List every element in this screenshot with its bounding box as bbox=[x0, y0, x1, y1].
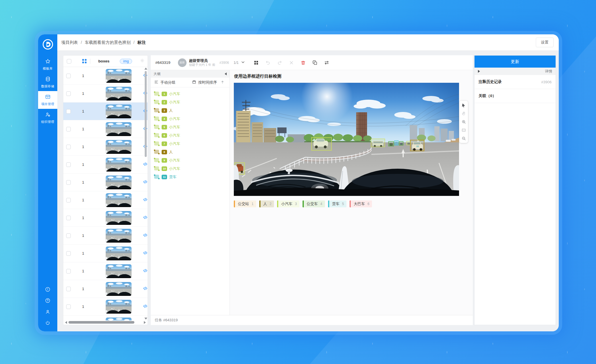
play-icon[interactable] bbox=[478, 70, 480, 73]
row-thumbnail[interactable] bbox=[106, 87, 132, 101]
row-checkbox[interactable] bbox=[66, 162, 71, 167]
collapse-left-icon[interactable] bbox=[225, 72, 227, 75]
scroll-down-arrow[interactable] bbox=[144, 318, 147, 320]
row-checkbox[interactable] bbox=[66, 74, 71, 78]
cursor-icon[interactable] bbox=[461, 103, 466, 108]
hand-icon[interactable] bbox=[461, 111, 466, 116]
undo-icon[interactable] bbox=[265, 60, 270, 65]
class-tag[interactable]: 小汽车 3 bbox=[277, 200, 299, 207]
outline-item[interactable]: 11 货车 bbox=[151, 173, 230, 181]
image-list-row[interactable]: 1 bbox=[63, 174, 148, 191]
grid-icon[interactable] bbox=[254, 60, 259, 65]
sidebar-item-org-management[interactable]: 组织管理 bbox=[38, 109, 57, 127]
close-icon[interactable] bbox=[289, 60, 294, 65]
update-button[interactable]: 更新 bbox=[475, 56, 556, 68]
help-icon[interactable] bbox=[45, 298, 50, 304]
class-tag[interactable]: 人 2 bbox=[259, 200, 274, 207]
panorama-image[interactable] bbox=[234, 83, 459, 196]
row-checkbox[interactable] bbox=[66, 109, 71, 114]
image-list-row[interactable]: 1 bbox=[63, 103, 148, 120]
image-list-row[interactable]: 1 bbox=[63, 209, 148, 227]
row-thumbnail[interactable] bbox=[106, 300, 132, 314]
settings-button[interactable]: 设置 bbox=[536, 38, 554, 47]
copy-icon[interactable] bbox=[312, 60, 317, 65]
outline-item[interactable]: 6 小汽车 bbox=[151, 131, 230, 139]
class-tag[interactable]: 大巴车 6 bbox=[350, 200, 372, 207]
image-list-row[interactable]: 1 bbox=[63, 262, 148, 280]
image-list-row[interactable]: 1 bbox=[63, 245, 148, 262]
outline-item[interactable]: 8 人 bbox=[151, 148, 230, 156]
class-tag[interactable]: 货车 5 bbox=[328, 200, 347, 207]
row-checkbox[interactable] bbox=[66, 198, 71, 202]
row-checkbox[interactable] bbox=[66, 233, 71, 238]
row-checkbox[interactable] bbox=[66, 127, 71, 131]
image-list-row[interactable]: 1 bbox=[63, 316, 148, 320]
row-thumbnail[interactable] bbox=[106, 140, 132, 154]
fit-screen-icon[interactable] bbox=[461, 128, 466, 133]
row-checkbox[interactable] bbox=[66, 287, 71, 291]
info-icon[interactable] bbox=[45, 287, 50, 293]
row-checkbox[interactable] bbox=[66, 180, 71, 185]
sidebar-item-data-storage[interactable]: 数据存储 bbox=[38, 73, 57, 91]
breadcrumb-project-name[interactable]: 车载图看前方的景色辨别 bbox=[85, 40, 131, 45]
zoom-out-icon[interactable] bbox=[461, 136, 466, 141]
outline-item[interactable]: 5 小汽车 bbox=[151, 123, 230, 131]
image-list-row[interactable]: 1 bbox=[63, 227, 148, 245]
select-all-checkbox[interactable] bbox=[67, 59, 71, 64]
row-thumbnail[interactable] bbox=[106, 69, 132, 83]
outline-item[interactable]: 2 小汽车 bbox=[151, 98, 230, 106]
row-checkbox[interactable] bbox=[66, 269, 71, 274]
sidebar-item-project-management[interactable]: 项目管理 bbox=[38, 91, 57, 109]
outline-item[interactable]: 3 人 bbox=[151, 106, 230, 115]
vertical-scroll-thumb[interactable] bbox=[145, 71, 147, 157]
scroll-up-arrow[interactable] bbox=[144, 68, 147, 70]
redo-icon[interactable] bbox=[277, 60, 282, 65]
row-thumbnail[interactable] bbox=[106, 105, 132, 118]
outline-item[interactable]: 4 小汽车 bbox=[151, 115, 230, 123]
row-thumbnail[interactable] bbox=[106, 247, 132, 260]
class-tag[interactable]: 公交站 1 bbox=[234, 200, 256, 207]
row-checkbox[interactable] bbox=[66, 251, 71, 256]
image-list-row[interactable]: 1 bbox=[63, 67, 148, 85]
arrow-up-icon[interactable] bbox=[220, 80, 225, 85]
annotation-history-row[interactable]: 注释历史记录 #3906 bbox=[475, 75, 556, 89]
outline-item[interactable]: 10 小汽车 bbox=[151, 164, 230, 173]
row-checkbox[interactable] bbox=[66, 216, 71, 220]
grid-view-icon[interactable] bbox=[82, 59, 87, 63]
app-logo-icon[interactable] bbox=[41, 38, 54, 51]
row-thumbnail[interactable] bbox=[106, 158, 132, 172]
horizontal-scrollbar[interactable] bbox=[65, 321, 146, 324]
row-thumbnail[interactable] bbox=[106, 176, 132, 189]
trash-icon[interactable] bbox=[301, 60, 306, 65]
image-list-row[interactable]: 1 bbox=[63, 156, 148, 174]
chevron-down-icon[interactable] bbox=[241, 60, 245, 65]
row-thumbnail[interactable] bbox=[106, 282, 132, 296]
sidebar-item-template-library[interactable]: 模板库 bbox=[38, 56, 57, 73]
row-thumbnail[interactable] bbox=[106, 264, 132, 278]
class-tag[interactable]: 公交车 4 bbox=[303, 200, 325, 207]
breadcrumb-projects[interactable]: 项目列表 bbox=[61, 40, 78, 45]
user-icon[interactable] bbox=[45, 309, 50, 316]
scroll-right-arrow[interactable] bbox=[144, 321, 146, 324]
row-thumbnail[interactable] bbox=[106, 318, 132, 321]
row-checkbox[interactable] bbox=[66, 145, 71, 149]
row-thumbnail[interactable] bbox=[106, 229, 132, 243]
vertical-scrollbar[interactable] bbox=[144, 68, 147, 320]
row-checkbox[interactable] bbox=[66, 91, 71, 96]
image-list-row[interactable]: 1 bbox=[63, 138, 148, 156]
relations-row[interactable]: 关联（0） bbox=[475, 89, 556, 103]
avatar[interactable]: 超级 bbox=[178, 58, 187, 67]
outline-item[interactable]: 1 小汽车 bbox=[151, 90, 230, 98]
manual-group-button[interactable]: 手动分组 bbox=[154, 80, 175, 85]
image-list-row[interactable]: 1 bbox=[63, 85, 148, 103]
row-thumbnail[interactable] bbox=[106, 122, 132, 136]
power-icon[interactable] bbox=[45, 320, 50, 327]
scroll-left-arrow[interactable] bbox=[65, 321, 67, 324]
outline-item[interactable]: 9 小汽车 bbox=[151, 156, 230, 164]
image-list-row[interactable]: 1 bbox=[63, 280, 148, 298]
image-list-row[interactable]: 1 bbox=[63, 191, 148, 209]
horizontal-scroll-thumb[interactable] bbox=[68, 321, 134, 324]
sort-by-time-button[interactable]: 按时间排序 bbox=[192, 80, 217, 85]
zoom-in-icon[interactable] bbox=[461, 119, 466, 124]
swap-icon[interactable] bbox=[324, 60, 329, 65]
